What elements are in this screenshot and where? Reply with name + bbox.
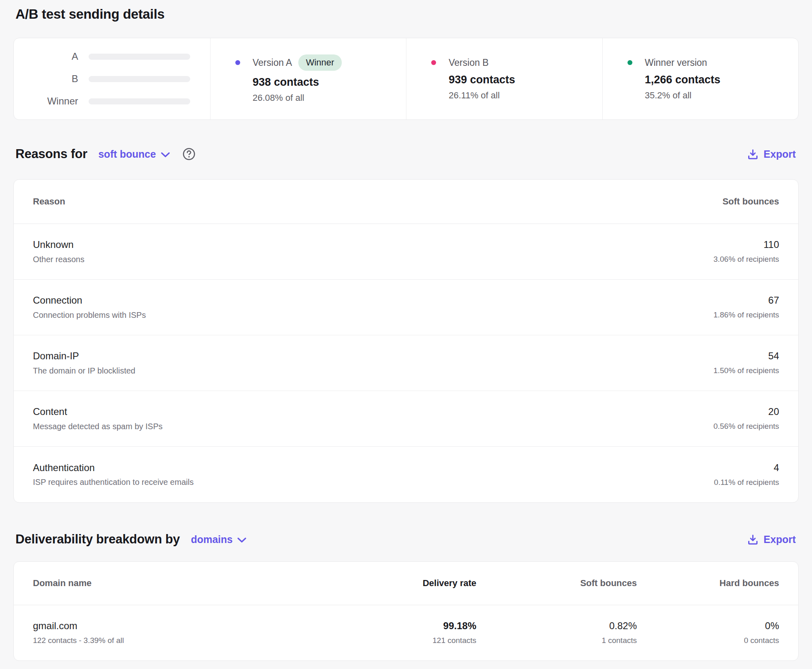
winner-version-header: Winner version	[627, 57, 799, 68]
version-b-share: 26.11% of all	[449, 90, 602, 101]
reason-title: Unknown	[33, 239, 85, 251]
breakdown-dropdown[interactable]: domains	[191, 534, 247, 545]
reason-share: 1.86% of recipients	[713, 311, 779, 320]
reason-subtitle: Connection problems with ISPs	[33, 310, 146, 320]
chart-track-a	[89, 54, 190, 60]
row-right: 67 1.86% of recipients	[713, 295, 779, 320]
version-a-contacts: 938 contacts	[253, 76, 406, 89]
row-right: 54 1.50% of recipients	[713, 350, 779, 376]
download-icon	[747, 149, 758, 160]
table-row-unknown: Unknown Other reasons 110 3.06% of recip…	[14, 224, 798, 280]
delivery-rate-value: 99.18%	[371, 620, 476, 632]
winner-version-share: 35.2% of all	[645, 90, 799, 101]
chart-track-b	[89, 76, 190, 82]
delivery-rate-cell: 99.18% 121 contacts	[371, 620, 476, 645]
reason-value: 54	[713, 350, 779, 362]
ab-summary-card: A B Winner Version A Winner 938 contacts…	[13, 38, 799, 120]
chart-label-winner: Winner	[33, 96, 78, 107]
reason-value: 110	[713, 239, 779, 251]
chevron-down-icon	[161, 152, 170, 158]
chart-label-b: B	[33, 73, 78, 85]
row-left: Connection Connection problems with ISPs	[33, 295, 146, 320]
reason-value: 20	[713, 406, 779, 418]
ab-test-report-page: A/B test sending details A B Winner Vers…	[0, 0, 812, 661]
reason-subtitle: ISP requires authentication to receive e…	[33, 477, 193, 487]
row-left: Content Message detected as spam by ISPs	[33, 406, 163, 431]
row-left: Authentication ISP requires authenticati…	[33, 462, 193, 487]
domains-table-header: Domain name Delivery rate Soft bounces H…	[14, 562, 798, 605]
version-b-header: Version B	[431, 57, 602, 68]
column-delivery-rate: Delivery rate	[371, 578, 476, 589]
reason-subtitle: Other reasons	[33, 254, 85, 264]
version-b-summary: Version B 939 contacts 26.11% of all	[406, 38, 602, 119]
hard-bounces-contacts: 0 contacts	[637, 636, 779, 645]
column-domain-name: Domain name	[33, 578, 371, 589]
winner-badge: Winner	[298, 54, 342, 71]
soft-bounces-value: 0.82%	[476, 620, 637, 632]
soft-bounces-contacts: 1 contacts	[476, 636, 637, 645]
chart-track-winner	[89, 98, 190, 104]
export-domains-button[interactable]: Export	[747, 534, 799, 545]
table-row-domain-ip: Domain-IP The domain or IP blocklisted 5…	[14, 335, 798, 391]
reason-title: Content	[33, 406, 163, 418]
chart-label-a: A	[33, 51, 78, 62]
domain-cell: gmail.com 122 contacts - 3.39% of all	[33, 620, 371, 645]
domain-contacts: 122 contacts - 3.39% of all	[33, 636, 371, 645]
help-icon[interactable]	[182, 147, 196, 161]
chart-row-winner: Winner	[33, 96, 190, 107]
version-b-contacts: 939 contacts	[449, 74, 602, 86]
reason-subtitle: Message detected as spam by ISPs	[33, 421, 163, 431]
reasons-title: Reasons for	[15, 147, 87, 161]
winner-version-summary: Winner version 1,266 contacts 35.2% of a…	[602, 38, 799, 119]
deliverability-title: Deliverability breakdown by	[15, 532, 180, 547]
reason-title: Connection	[33, 295, 146, 306]
reason-title: Domain-IP	[33, 350, 135, 362]
chevron-down-icon	[237, 537, 246, 543]
chart-row-b: B	[33, 73, 190, 85]
row-right: 4 0.11% of recipients	[714, 462, 779, 487]
domain-name: gmail.com	[33, 620, 371, 632]
ab-mini-bar-chart: A B Winner	[14, 38, 210, 119]
reason-title: Authentication	[33, 462, 193, 474]
reason-share: 0.11% of recipients	[714, 478, 779, 487]
version-b-label: Version B	[449, 57, 489, 68]
page-title: A/B test sending details	[13, 7, 799, 22]
domains-table: Domain name Delivery rate Soft bounces H…	[13, 561, 799, 661]
table-row-gmail: gmail.com 122 contacts - 3.39% of all 99…	[14, 605, 798, 660]
reason-subtitle: The domain or IP blocklisted	[33, 366, 135, 376]
export-label: Export	[764, 534, 796, 545]
hard-bounces-cell: 0% 0 contacts	[637, 620, 779, 645]
reason-value: 67	[713, 295, 779, 306]
version-a-dot	[235, 60, 240, 65]
bounce-type-value: soft bounce	[98, 148, 156, 160]
row-right: 20 0.56% of recipients	[713, 406, 779, 431]
row-right: 110 3.06% of recipients	[713, 239, 779, 264]
bounce-type-dropdown[interactable]: soft bounce	[98, 148, 170, 160]
version-a-header: Version A Winner	[235, 54, 406, 71]
reason-share: 0.56% of recipients	[713, 422, 779, 431]
reason-share: 1.50% of recipients	[713, 366, 779, 376]
deliverability-section-header: Deliverability breakdown by domains Expo…	[13, 532, 799, 547]
table-row-authentication: Authentication ISP requires authenticati…	[14, 447, 798, 502]
reason-value: 4	[714, 462, 779, 474]
winner-version-dot	[627, 60, 632, 65]
reasons-table-header: Reason Soft bounces	[14, 180, 798, 224]
winner-version-contacts: 1,266 contacts	[645, 74, 799, 86]
export-reasons-button[interactable]: Export	[747, 148, 799, 160]
version-a-summary: Version A Winner 938 contacts 26.08% of …	[210, 38, 406, 119]
breakdown-value: domains	[191, 534, 233, 545]
reasons-section-header: Reasons for soft bounce Export	[13, 147, 799, 161]
version-b-dot	[431, 60, 436, 65]
row-left: Unknown Other reasons	[33, 239, 85, 264]
table-row-connection: Connection Connection problems with ISPs…	[14, 280, 798, 335]
reason-share: 3.06% of recipients	[713, 255, 779, 264]
column-reason: Reason	[33, 196, 65, 207]
version-a-label: Version A	[253, 57, 292, 68]
soft-bounces-cell: 0.82% 1 contacts	[476, 620, 637, 645]
reasons-table: Reason Soft bounces Unknown Other reason…	[13, 179, 799, 503]
delivery-rate-contacts: 121 contacts	[371, 636, 476, 645]
version-a-share: 26.08% of all	[253, 93, 406, 103]
row-left: Domain-IP The domain or IP blocklisted	[33, 350, 135, 376]
winner-version-label: Winner version	[645, 57, 707, 68]
export-label: Export	[764, 148, 796, 160]
